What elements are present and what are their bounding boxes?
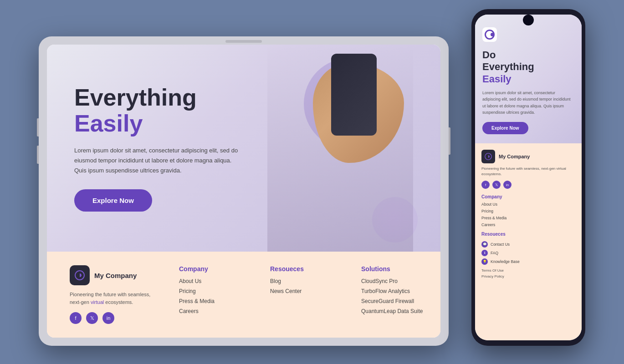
- tablet-screen: Everything Easily Lorem ipsum dolor sit …: [47, 45, 440, 338]
- footer-logo: [70, 265, 90, 285]
- phone-screen: Do Everything Easily Lorem ipsum dolor s…: [475, 15, 582, 340]
- phone-hero-title-line2: Everything: [482, 61, 574, 73]
- footer-solutions-column: Solutions CloudSync Pro TurboFlow Analyt…: [361, 265, 425, 324]
- footer-company-title: Company: [179, 265, 243, 273]
- phone-in-hand-shape: [331, 54, 377, 136]
- phone-facebook-icon[interactable]: f: [481, 181, 490, 189]
- footer-brand-name: My Company: [94, 272, 137, 279]
- phone-hero-title-line1: Do: [482, 49, 574, 61]
- tablet-explore-button[interactable]: Explore Now: [74, 189, 152, 212]
- footer-brand: My Company Pioneering the future with se…: [70, 265, 152, 324]
- footer-blog[interactable]: Blog: [270, 278, 334, 284]
- phone-footer-press-media[interactable]: Press & Media: [481, 216, 575, 220]
- phone-hero-title-line3: Easily: [482, 73, 574, 85]
- tablet-top-bar: [225, 40, 262, 43]
- phone-footer-support: 💬 Contact Us ℹ FAQ 💡 Knowledge Base: [481, 241, 575, 265]
- phone-twitter-icon[interactable]: 𝕏: [492, 181, 501, 189]
- footer-careers[interactable]: Careers: [179, 308, 243, 314]
- phone-footer-pricing[interactable]: Pricing: [481, 209, 575, 213]
- phone-knowledge-base[interactable]: 💡 Knowledge Base: [481, 258, 575, 265]
- phone-footer-legal: Terms Of Use Privacy Policy: [481, 268, 575, 278]
- phone-contact-us[interactable]: 💬 Contact Us: [481, 241, 575, 248]
- hero-image-area: [267, 45, 413, 252]
- footer-news-center[interactable]: News Center: [270, 288, 334, 294]
- linkedin-icon[interactable]: in: [102, 312, 114, 324]
- phone-footer-section: My Company Pioneering the future with se…: [475, 143, 582, 340]
- phone-footer-social-links: f 𝕏 in: [481, 181, 575, 189]
- footer-company-column: Company About Us Pricing Press & Media C…: [179, 265, 243, 324]
- footer-resources-column: Resoueces Blog News Center: [270, 265, 334, 324]
- footer-social-links: f 𝕏 in: [70, 312, 152, 324]
- footer-solutions-title: Solutions: [361, 265, 425, 273]
- twitter-icon[interactable]: 𝕏: [86, 312, 98, 324]
- phone-linkedin-icon[interactable]: in: [503, 181, 511, 189]
- tablet-hero-description: Lorem ipsum dolor sit amet, consectetur …: [74, 146, 238, 176]
- scene: Everything Easily Lorem ipsum dolor sit …: [39, 9, 585, 355]
- phone-logo: [482, 27, 497, 42]
- phone-footer-resources-col: Resoueces: [481, 232, 575, 237]
- contact-icon: 💬: [481, 241, 488, 248]
- facebook-icon[interactable]: f: [70, 312, 82, 324]
- footer-resources-title: Resoueces: [270, 265, 334, 273]
- phone-notch: [523, 15, 534, 25]
- phone-footer-brand-name: My Company: [499, 154, 530, 159]
- phone-footer-company-title: Company: [481, 194, 575, 199]
- phone-footer-resources-title: Resoueces: [481, 232, 575, 237]
- tablet-hero-section: Everything Easily Lorem ipsum dolor sit …: [47, 45, 440, 252]
- tablet-hero-title-line2: Easily: [74, 111, 238, 136]
- phone-faq[interactable]: ℹ FAQ: [481, 250, 575, 256]
- tablet-hero-content: Everything Easily Lorem ipsum dolor sit …: [74, 85, 238, 212]
- phone-footer-tagline: Pioneering the future with seamless, nex…: [481, 166, 575, 177]
- footer-secureguard[interactable]: SecureGuard Firewall: [361, 298, 425, 304]
- phone-logo-icon: [485, 30, 495, 40]
- tablet-side-btn-3: [449, 127, 450, 155]
- phone-footer-logo: [481, 150, 495, 163]
- tablet-side-btn-2: [37, 146, 39, 164]
- footer-press-media[interactable]: Press & Media: [179, 298, 243, 304]
- phone-hero-description: Lorem ipsum dolor sit amet, consectetur …: [482, 90, 574, 116]
- phone-privacy-policy[interactable]: Privacy Policy: [481, 274, 575, 278]
- tablet-footer-section: My Company Pioneering the future with se…: [47, 252, 440, 338]
- footer-brand-top: My Company: [70, 265, 152, 285]
- footer-cloudsync[interactable]: CloudSync Pro: [361, 278, 425, 284]
- footer-quantumleap[interactable]: QuantumLeap Data Suite: [361, 308, 425, 314]
- phone-footer-company-col: Company About Us Pricing Press & Media C…: [481, 194, 575, 227]
- tablet-device: Everything Easily Lorem ipsum dolor sit …: [39, 36, 449, 346]
- footer-turboflow[interactable]: TurboFlow Analytics: [361, 288, 425, 294]
- footer-pricing[interactable]: Pricing: [179, 288, 243, 294]
- phone-device: Do Everything Easily Lorem ipsum dolor s…: [471, 9, 585, 346]
- phone-footer-about-us[interactable]: About Us: [481, 202, 575, 207]
- phone-hero-section: Do Everything Easily Lorem ipsum dolor s…: [475, 15, 582, 143]
- tablet-hero-title-line1: Everything: [74, 85, 238, 111]
- phone-explore-button[interactable]: Explore Now: [482, 122, 528, 134]
- footer-about-us[interactable]: About Us: [179, 278, 243, 284]
- phone-footer-careers[interactable]: Careers: [481, 222, 575, 227]
- footer-tagline: Pioneering the future with seamless, nex…: [70, 291, 152, 306]
- knowledge-icon: 💡: [481, 258, 488, 265]
- phone-terms-of-use[interactable]: Terms Of Use: [481, 268, 575, 273]
- tablet-side-btn-1: [37, 118, 39, 136]
- faq-icon: ℹ: [481, 250, 488, 256]
- phone-footer-brand-top: My Company: [481, 150, 575, 163]
